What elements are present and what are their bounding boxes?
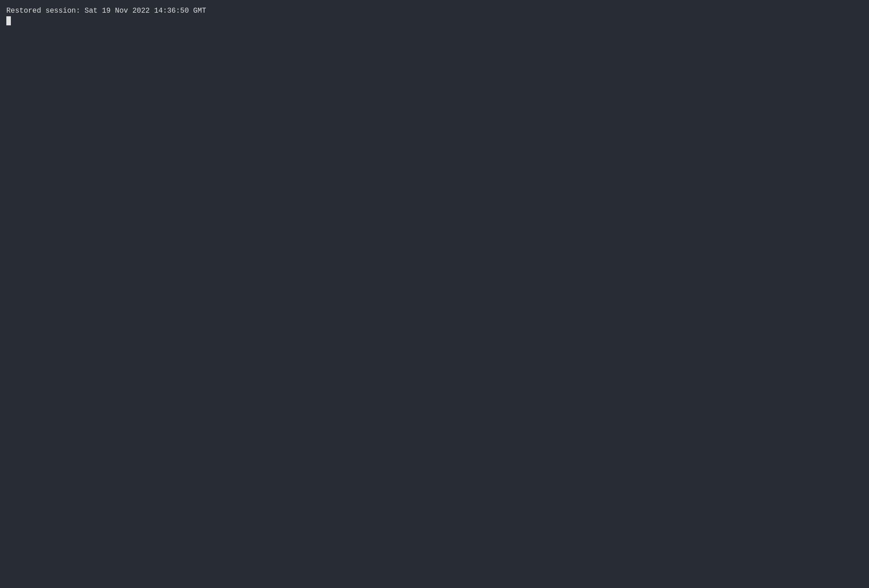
terminal-prompt-line	[6, 16, 863, 25]
session-restored-message: Restored session: Sat 19 Nov 2022 14:36:…	[6, 5, 863, 16]
terminal-window[interactable]: Restored session: Sat 19 Nov 2022 14:36:…	[0, 0, 869, 588]
terminal-cursor	[6, 16, 11, 25]
